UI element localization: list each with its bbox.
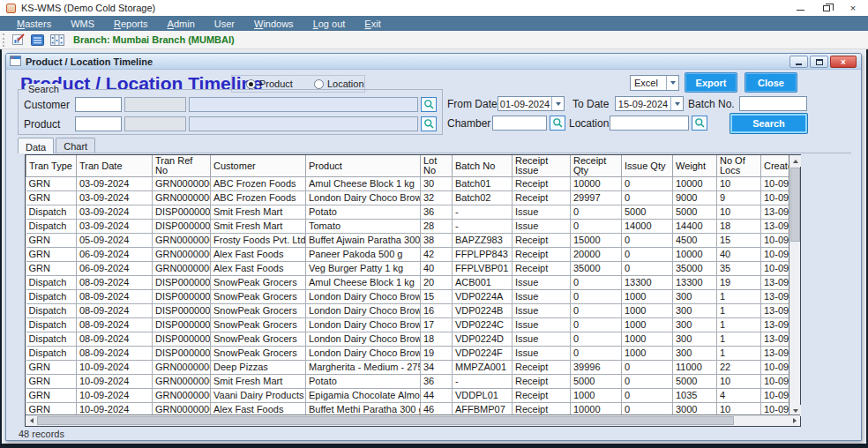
table-cell[interactable]: MMPZA001 [453,361,513,375]
table-cell[interactable]: London Dairy Choco Brownie 500 ml [306,191,421,205]
table-cell[interactable]: Issue [513,220,571,234]
export-format-select[interactable]: Excel [630,75,679,91]
grid-icon[interactable] [49,33,64,47]
menu-item[interactable]: Exit [355,16,390,31]
scroll-up-icon[interactable] [789,155,801,167]
column-header[interactable]: Customer [211,155,306,177]
table-cell[interactable]: 0 [571,276,622,290]
table-cell[interactable]: Issue [513,304,571,318]
tab-chart[interactable]: Chart [56,138,95,153]
window-minimize-button[interactable] [789,56,808,68]
table-cell[interactable]: London Dairy Choco Brownie 500 ml [306,347,421,361]
table-cell[interactable]: 0 [622,177,673,191]
table-cell[interactable]: VDP0224D [453,332,513,347]
table-cell[interactable]: 03-09-2024 [77,220,153,234]
table-row[interactable]: Dispatch 08-09-2024 DISP00000005 SnowPea… [26,318,791,332]
table-cell[interactable]: Receipt [513,248,571,262]
table-cell[interactable]: 9000 [673,191,717,205]
table-cell[interactable]: 10000 [673,248,717,262]
column-header[interactable]: Product [306,155,421,177]
menu-item[interactable]: Windows [244,16,303,31]
table-cell[interactable]: 1000 [622,290,673,304]
table-cell[interactable]: 0 [622,389,673,403]
column-header[interactable]: No Of Locs [717,155,761,177]
table-cell[interactable]: 15000 [571,234,622,248]
table-cell[interactable]: GRN00000001 [153,191,211,205]
table-cell[interactable]: 4500 [673,234,717,248]
radio-product[interactable]: Product [246,78,293,89]
table-cell[interactable]: 32 [421,191,453,205]
table-cell[interactable]: Frosty Foods Pvt. Ltd. [211,234,306,248]
table-cell[interactable]: Dispatch [26,347,77,361]
table-cell[interactable]: ABC Frozen Foods [211,191,306,205]
from-date-picker[interactable]: 01-09-2024 [498,96,565,111]
table-cell[interactable]: Dispatch [26,318,77,332]
table-cell[interactable]: 0 [622,234,673,248]
table-cell[interactable]: 08-09-2024 [77,332,153,347]
window-close-button[interactable]: × [830,56,857,68]
table-cell[interactable]: 35 [717,262,761,276]
table-cell[interactable]: 1 [717,347,761,361]
table-cell[interactable]: 03-09-2024 [77,177,153,191]
table-cell[interactable]: 08-09-2024 [77,304,153,318]
column-header[interactable]: Lot No [421,155,453,177]
table-cell[interactable]: Tomato [306,220,421,234]
vertical-scroll-thumb[interactable] [790,168,800,242]
table-cell[interactable]: Issue [513,347,571,361]
chamber-input[interactable] [492,116,547,131]
table-cell[interactable]: Batch02 [453,191,513,205]
table-cell[interactable]: 0 [622,375,673,389]
table-row[interactable]: Dispatch 08-09-2024 DISP00000005 SnowPea… [26,332,791,347]
table-cell[interactable]: 10-09-2024 [761,248,791,262]
table-cell[interactable]: 0 [622,191,673,205]
table-cell[interactable]: Batch01 [453,177,513,191]
table-cell[interactable]: Dispatch [26,205,77,220]
table-cell[interactable]: DISP00000005 [153,276,211,290]
menu-item[interactable]: Log out [303,16,355,31]
table-cell[interactable]: 1000 [622,304,673,318]
table-cell[interactable]: 1000 [571,389,622,403]
table-cell[interactable]: 300 [673,290,717,304]
table-cell[interactable]: DISP00000004 [153,205,211,220]
table-cell[interactable]: GRN [26,177,77,191]
table-cell[interactable]: Vaani Dairy Products Pvt. Ltd. [211,389,306,403]
table-row[interactable]: GRN 10-09-2024 GRN00000006 Vaani Dairy P… [26,389,791,403]
table-cell[interactable]: 10 [717,375,761,389]
table-cell[interactable]: GRN00000003 [153,375,211,389]
table-cell[interactable]: 13-09-2024 [761,220,791,234]
scroll-left-icon[interactable] [26,415,37,426]
table-cell[interactable]: 13-09-2024 [761,304,791,318]
table-cell[interactable]: London Dairy Choco Brownie 500 ml [306,318,421,332]
table-cell[interactable]: ABC Frozen Foods [211,177,306,191]
table-cell[interactable]: 28 [421,220,453,234]
table-cell[interactable]: GRN [26,262,77,276]
table-cell[interactable]: Issue [513,290,571,304]
table-cell[interactable]: 1 [717,318,761,332]
product-name-input[interactable] [189,116,418,131]
table-cell[interactable]: Paneer Pakoda 500 g [306,248,421,262]
table-cell[interactable]: 19 [421,347,453,361]
table-cell[interactable]: 10-09-2024 [761,262,791,276]
table-cell[interactable]: - [453,205,513,220]
table-cell[interactable]: 10-09-2024 [761,234,791,248]
column-header[interactable]: Batch No [453,155,513,177]
table-cell[interactable]: 300 [673,318,717,332]
table-cell[interactable]: 0 [571,347,622,361]
table-row[interactable]: GRN 10-09-2024 GRN00000003 Smit Fresh Ma… [26,375,791,389]
table-cell[interactable]: Epigamia Chocolate Almond Milk 1 Ltr [306,389,421,403]
table-cell[interactable]: DISP00000005 [153,332,211,347]
table-cell[interactable]: DISP00000005 [153,304,211,318]
table-cell[interactable]: 08-09-2024 [77,276,153,290]
table-cell[interactable]: 40 [421,262,453,276]
table-cell[interactable]: 0 [571,332,622,347]
table-cell[interactable]: - [453,220,513,234]
table-cell[interactable]: Receipt [513,234,571,248]
menu-item[interactable]: Admin [158,16,205,31]
table-cell[interactable]: 18 [421,332,453,347]
column-header[interactable]: Issue Qty [622,155,673,177]
table-cell[interactable]: GRN00000005 [153,248,211,262]
table-cell[interactable]: 40 [717,248,761,262]
table-cell[interactable]: 1000 [622,332,673,347]
table-row[interactable]: GRN 06-09-2024 GRN00000005 Alex Fast Foo… [26,262,791,276]
table-cell[interactable]: 08-09-2024 [77,290,153,304]
